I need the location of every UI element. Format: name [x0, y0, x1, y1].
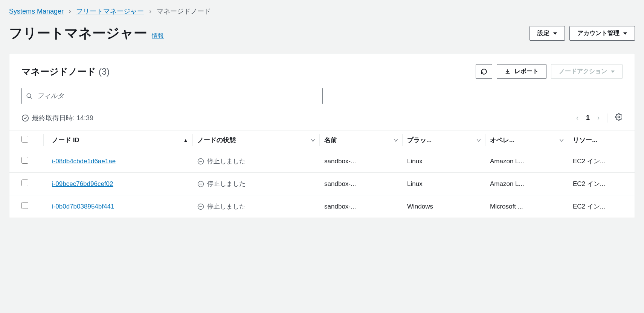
refresh-button[interactable] [476, 64, 492, 79]
node-id-link[interactable]: i-0b0d7b038954bf441 [52, 203, 114, 210]
node-state-text: 停止しました [207, 202, 246, 211]
row-checkbox[interactable] [21, 157, 28, 164]
caret-down-icon [623, 32, 627, 35]
account-management-button[interactable]: アカウント管理 [569, 26, 635, 41]
pagination: ‹ 1 › [576, 113, 623, 123]
stopped-icon [197, 203, 204, 210]
info-link[interactable]: 情報 [152, 32, 164, 40]
svg-point-1 [22, 115, 29, 121]
last-fetched-label: 最終取得日時: 14:39 [32, 114, 93, 123]
row-checkbox[interactable] [21, 180, 28, 186]
panel-title: マネージドノード (3) [21, 66, 110, 78]
breadcrumb-current: マネージドノード [157, 7, 211, 16]
account-management-label: アカウント管理 [577, 29, 620, 37]
column-node-id-label: ノード ID [52, 136, 79, 144]
breadcrumb-systems-manager[interactable]: Systems Manager [9, 8, 64, 15]
column-os[interactable]: オペレ... [485, 130, 568, 150]
refresh-icon [481, 68, 487, 75]
column-select-all [9, 130, 44, 150]
node-action-label: ノードアクション [559, 68, 607, 75]
node-os: Amazon L... [485, 150, 568, 173]
select-all-checkbox[interactable] [21, 136, 28, 143]
gear-icon [615, 113, 623, 121]
node-platform: Linux [403, 173, 485, 195]
report-button[interactable]: レポート [497, 64, 546, 79]
settings-button[interactable]: 設定 [530, 26, 565, 41]
node-platform: Windows [403, 195, 485, 218]
svg-point-0 [27, 94, 31, 98]
check-circle-icon [21, 114, 29, 122]
divider [607, 114, 607, 123]
panel-title-text: マネージドノード [21, 66, 96, 77]
node-action-button[interactable]: ノードアクション [551, 64, 623, 79]
sort-asc-icon: ▲ [183, 137, 188, 143]
column-platform-label: プラッ... [407, 136, 432, 144]
filter-dropdown-icon [311, 139, 315, 142]
column-name[interactable]: 名前 [320, 130, 403, 150]
nodes-table: ノード ID ▲ ノードの状態 名前 [9, 130, 635, 218]
table-settings-button[interactable] [615, 113, 623, 123]
node-name: sandbox-... [320, 150, 403, 173]
caret-down-icon [553, 32, 557, 35]
filter-dropdown-icon [476, 139, 481, 142]
search-icon [26, 93, 33, 100]
settings-button-label: 設定 [537, 29, 549, 37]
managed-nodes-panel: マネージドノード (3) レポート ノードアクション 最終取得日時: 14: [9, 53, 635, 218]
node-name: sandbox-... [320, 173, 403, 195]
column-resource[interactable]: リソー... [568, 130, 635, 150]
chevron-right-icon: › [69, 8, 71, 15]
filter-dropdown-icon [394, 139, 398, 142]
panel-count: (3) [99, 66, 110, 77]
stopped-icon [197, 158, 204, 165]
node-platform: Linux [403, 150, 485, 173]
node-state-text: 停止しました [207, 157, 246, 166]
node-state-text: 停止しました [207, 180, 246, 188]
column-platform[interactable]: プラッ... [403, 130, 485, 150]
table-row: i-08db4cbde1d6ae1ae 停止しました sandbox-... L… [9, 150, 635, 173]
next-page-button[interactable]: › [597, 114, 600, 122]
node-name: sandbox-... [320, 195, 403, 218]
breadcrumb: Systems Manager › フリートマネージャー › マネージドノード [0, 0, 644, 20]
page-title: フリートマネージャー [9, 24, 147, 43]
row-checkbox[interactable] [21, 202, 28, 209]
column-name-label: 名前 [324, 136, 337, 144]
prev-page-button[interactable]: ‹ [576, 114, 578, 122]
filter-input[interactable] [21, 88, 323, 104]
node-resource: EC2 イン... [568, 173, 635, 195]
node-id-link[interactable]: i-08db4cbde1d6ae1ae [52, 158, 116, 165]
table-row: i-09bcec76bd96cef02 停止しました sandbox-... L… [9, 173, 635, 195]
node-resource: EC2 イン... [568, 150, 635, 173]
column-os-label: オペレ... [490, 136, 514, 144]
column-node-id[interactable]: ノード ID ▲ [44, 130, 193, 150]
node-id-link[interactable]: i-09bcec76bd96cef02 [52, 180, 113, 187]
filter-dropdown-icon [559, 139, 564, 142]
download-icon [505, 69, 511, 75]
caret-down-icon [611, 71, 615, 73]
node-os: Microsoft ... [485, 195, 568, 218]
page-header: フリートマネージャー 情報 設定 アカウント管理 [0, 20, 644, 53]
chevron-right-icon: › [149, 8, 151, 15]
column-node-state[interactable]: ノードの状態 [193, 130, 320, 150]
column-state-label: ノードの状態 [197, 136, 236, 144]
breadcrumb-fleet-manager[interactable]: フリートマネージャー [76, 7, 144, 16]
node-os: Amazon L... [485, 173, 568, 195]
current-page: 1 [586, 114, 590, 122]
table-row: i-0b0d7b038954bf441 停止しました sandbox-... W… [9, 195, 635, 218]
node-resource: EC2 イン... [568, 195, 635, 218]
svg-point-2 [618, 116, 620, 118]
stopped-icon [197, 181, 204, 187]
column-resource-label: リソー... [573, 136, 597, 144]
report-button-label: レポート [514, 68, 539, 75]
